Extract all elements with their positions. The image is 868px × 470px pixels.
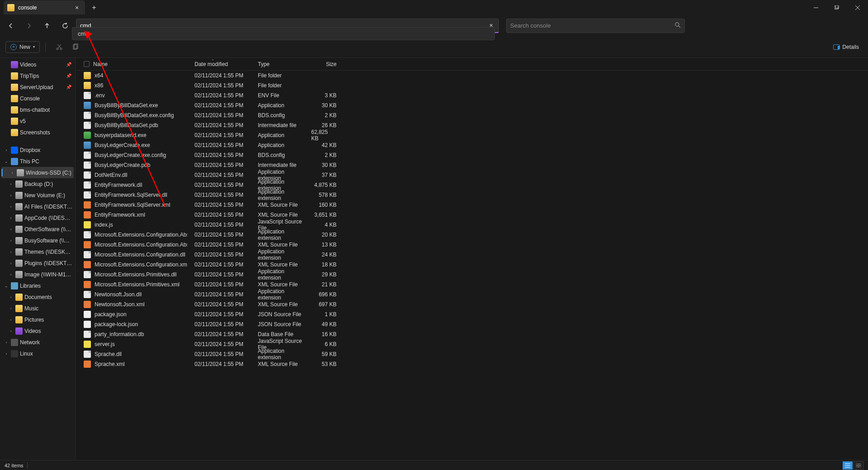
close-window-button[interactable] bbox=[847, 0, 868, 15]
forward-button[interactable] bbox=[22, 19, 36, 33]
back-button[interactable] bbox=[4, 19, 18, 33]
chevron-right-icon[interactable]: › bbox=[8, 272, 14, 277]
file-row[interactable]: BusyBillByBillDataGet.exe 02/11/2024 1:5… bbox=[76, 100, 868, 110]
sidebar-item-drive[interactable]: ›Plugins (\\DESKTOP-ETM bbox=[0, 257, 75, 269]
column-header-type[interactable]: Type bbox=[254, 61, 308, 67]
column-header-date[interactable]: Date modified bbox=[191, 61, 254, 67]
chevron-right-icon[interactable]: › bbox=[8, 227, 14, 232]
chevron-right-icon[interactable]: › bbox=[8, 328, 14, 334]
sidebar-item-library[interactable]: ›Documents bbox=[0, 291, 75, 303]
chevron-right-icon[interactable]: › bbox=[4, 147, 9, 153]
file-row[interactable]: Microsoft.Extensions.Primitives.dll 02/1… bbox=[76, 270, 868, 280]
file-row[interactable]: Sprache.dll 02/11/2024 1:55 PM Applicati… bbox=[76, 349, 868, 359]
file-row[interactable]: Microsoft.Extensions.Configuration.Abstr… bbox=[76, 240, 868, 250]
file-row[interactable]: DotNetEnv.dll 02/11/2024 1:55 PM Applica… bbox=[76, 170, 868, 180]
file-row[interactable]: EntityFramework.xml 02/11/2024 1:55 PM X… bbox=[76, 210, 868, 220]
file-row[interactable]: Microsoft.Extensions.Primitives.xml 02/1… bbox=[76, 280, 868, 290]
chevron-down-icon[interactable]: ⌄ bbox=[4, 283, 9, 289]
refresh-button[interactable] bbox=[58, 19, 72, 33]
sidebar-item-drive[interactable]: ›Backup (D:) bbox=[0, 178, 75, 190]
sidebar-item-drive[interactable]: ›Themes (\\DESKTOP-ETI bbox=[0, 246, 75, 257]
file-row[interactable]: Newtonsoft.Json.xml 02/11/2024 1:55 PM X… bbox=[76, 299, 868, 309]
column-header-name[interactable]: Name bbox=[76, 61, 191, 67]
sidebar-item-linux[interactable]: › Linux bbox=[0, 348, 75, 359]
file-row[interactable]: x64 02/11/2024 1:55 PM File folder bbox=[76, 71, 868, 81]
cut-button[interactable] bbox=[51, 39, 67, 55]
file-row[interactable]: Newtonsoft.Json.dll 02/11/2024 1:55 PM A… bbox=[76, 290, 868, 299]
sidebar-item-drive[interactable]: ›Image (\\WIN-M1KDOC bbox=[0, 269, 75, 280]
file-row[interactable]: x86 02/11/2024 1:55 PM File folder bbox=[76, 81, 868, 90]
file-row[interactable]: BusyLedgerCreate.exe 02/11/2024 1:55 PM … bbox=[76, 140, 868, 150]
file-row[interactable]: BusyLedgerCreate.exe.config 02/11/2024 1… bbox=[76, 150, 868, 160]
file-row[interactable]: EntityFramework.dll 02/11/2024 1:55 PM A… bbox=[76, 180, 868, 190]
new-button[interactable]: + New ▾ bbox=[5, 41, 40, 53]
file-row[interactable]: Microsoft.Extensions.Configuration.xml 0… bbox=[76, 260, 868, 270]
search-icon[interactable] bbox=[674, 22, 681, 29]
sidebar-item[interactable]: Videos📌 bbox=[0, 59, 75, 70]
file-row[interactable]: EntityFramework.SqlServer.dll 02/11/2024… bbox=[76, 190, 868, 200]
chevron-right-icon[interactable]: › bbox=[8, 249, 14, 255]
sidebar-item-drive[interactable]: ›AppCode (\\DESKTOP-E bbox=[0, 212, 75, 223]
chevron-down-icon[interactable]: ⌄ bbox=[4, 159, 9, 164]
chevron-right-icon[interactable]: › bbox=[4, 351, 9, 356]
file-row[interactable]: server.js 02/11/2024 1:55 PM JavaScript … bbox=[76, 339, 868, 349]
search-input[interactable] bbox=[510, 22, 674, 29]
chevron-right-icon[interactable]: › bbox=[8, 181, 14, 187]
file-row[interactable]: Microsoft.Extensions.Configuration.Abstr… bbox=[76, 230, 868, 240]
maximize-button[interactable] bbox=[826, 0, 847, 15]
file-row[interactable]: .env 02/11/2024 1:55 PM ENV File 3 KB bbox=[76, 90, 868, 100]
file-row[interactable]: package.json 02/11/2024 1:55 PM JSON Sou… bbox=[76, 309, 868, 319]
sidebar-item-drive[interactable]: ›AI Files (\\DESKTOP-ETM bbox=[0, 201, 75, 212]
minimize-button[interactable] bbox=[806, 0, 826, 15]
copy-button[interactable] bbox=[67, 39, 84, 55]
select-all-checkbox[interactable] bbox=[84, 61, 90, 67]
chevron-right-icon[interactable]: › bbox=[8, 306, 14, 311]
chevron-right-icon[interactable]: › bbox=[8, 215, 14, 221]
chevron-right-icon[interactable]: › bbox=[9, 170, 15, 176]
close-tab-icon[interactable]: × bbox=[73, 4, 81, 11]
window-tab[interactable]: console × bbox=[4, 0, 85, 14]
column-header-size[interactable]: Size bbox=[308, 61, 340, 67]
up-button[interactable] bbox=[40, 19, 54, 33]
sidebar-item-thispc[interactable]: ⌄ This PC bbox=[0, 156, 75, 167]
chevron-right-icon[interactable]: › bbox=[8, 193, 14, 198]
sidebar-item-libraries[interactable]: ⌄ Libraries bbox=[0, 280, 75, 291]
sidebar-item[interactable]: v5 bbox=[0, 115, 75, 127]
navigation-sidebar[interactable]: Videos📌TripTips📌ServerUpload📌Consolebms-… bbox=[0, 58, 76, 460]
chevron-right-icon[interactable]: › bbox=[8, 294, 14, 300]
file-row[interactable]: EntityFramework.SqlServer.xml 02/11/2024… bbox=[76, 200, 868, 210]
file-row[interactable]: BusyBillByBillDataGet.pdb 02/11/2024 1:5… bbox=[76, 120, 868, 130]
file-row[interactable]: package-lock.json 02/11/2024 1:55 PM JSO… bbox=[76, 319, 868, 329]
sidebar-item-drive[interactable]: ›BusySoftware (\\DESKTO bbox=[0, 235, 75, 246]
search-bar[interactable] bbox=[506, 19, 685, 33]
file-row[interactable]: Microsoft.Extensions.Configuration.dll 0… bbox=[76, 250, 868, 260]
chevron-right-icon[interactable]: › bbox=[8, 204, 14, 209]
sidebar-item-library[interactable]: ›Pictures bbox=[0, 314, 75, 325]
sidebar-item[interactable]: bms-chatbot bbox=[0, 104, 75, 115]
sidebar-item-library[interactable]: ›Music bbox=[0, 303, 75, 314]
sidebar-item-drive[interactable]: ›OtherSoftware (\\DESKT bbox=[0, 223, 75, 235]
sidebar-item[interactable]: Screenshots bbox=[0, 127, 75, 138]
details-button[interactable]: Details bbox=[830, 42, 863, 52]
sidebar-item-drive[interactable]: ›Windows-SSD (C:) bbox=[1, 167, 74, 178]
sidebar-item[interactable]: TripTips📌 bbox=[0, 70, 75, 81]
sidebar-item[interactable]: Console bbox=[0, 93, 75, 104]
new-tab-button[interactable]: + bbox=[87, 0, 101, 15]
file-list[interactable]: ⌃ Name Date modified Type Size x64 02/11… bbox=[76, 58, 868, 460]
file-row[interactable]: BusyLedgerCreate.pdb 02/11/2024 1:55 PM … bbox=[76, 160, 868, 170]
chevron-right-icon[interactable]: › bbox=[4, 340, 9, 345]
chevron-right-icon[interactable]: › bbox=[8, 238, 14, 243]
chevron-right-icon[interactable]: › bbox=[8, 317, 14, 323]
sidebar-item-network[interactable]: › Network bbox=[0, 337, 75, 348]
sidebar-item-dropbox[interactable]: › Dropbox bbox=[0, 144, 75, 156]
sidebar-item-drive[interactable]: ›New Volume (E:) bbox=[0, 190, 75, 201]
file-row[interactable]: busyerpdatasend.exe 02/11/2024 1:55 PM A… bbox=[76, 130, 868, 140]
file-row[interactable]: party_information.db 02/11/2024 1:55 PM … bbox=[76, 329, 868, 339]
thumbnails-view-button[interactable] bbox=[854, 461, 863, 470]
sidebar-item[interactable]: ServerUpload📌 bbox=[0, 81, 75, 93]
file-row[interactable]: BusyBillByBillDataGet.exe.config 02/11/2… bbox=[76, 110, 868, 120]
details-view-button[interactable] bbox=[843, 461, 853, 470]
file-row[interactable]: index.js 02/11/2024 1:55 PM JavaScript S… bbox=[76, 220, 868, 230]
file-row[interactable]: Sprache.xml 02/11/2024 1:55 PM XML Sourc… bbox=[76, 359, 868, 369]
suggestion-item[interactable]: cmd bbox=[72, 28, 494, 40]
